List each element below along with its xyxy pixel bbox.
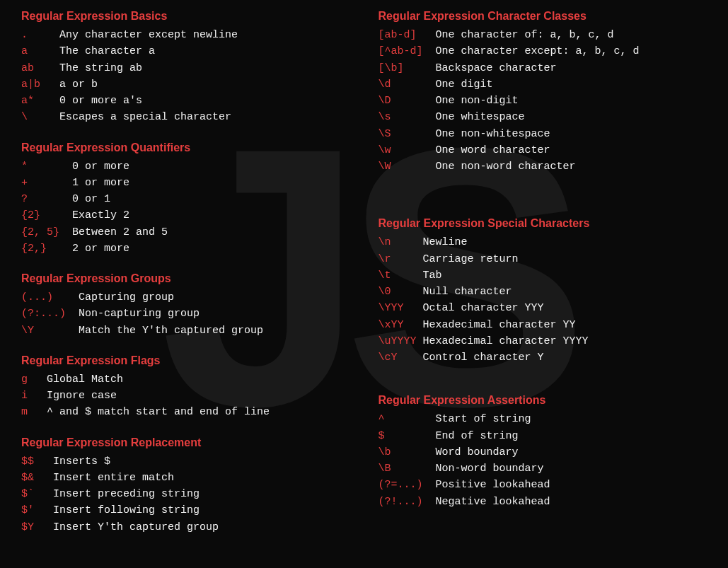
cheat-desc: One non-whitespace xyxy=(436,126,550,142)
section: Regular Expression Assertions^ Start of … xyxy=(379,394,707,510)
cheat-key: \cY xyxy=(379,349,423,366)
cheat-desc: Control character Y xyxy=(423,349,544,366)
cheat-key: {2,} xyxy=(21,240,72,257)
cheat-row: \cY Control character Y xyxy=(379,349,707,366)
cheat-desc: Non-word boundary xyxy=(436,460,544,477)
cheat-desc: Inserts $ xyxy=(53,453,110,470)
cheat-row: (?:...) Non-capturing group xyxy=(21,306,350,322)
cheat-key: \ xyxy=(21,109,59,125)
cheat-key: {2, 5} xyxy=(21,224,72,240)
cheat-key: a|b xyxy=(21,76,59,93)
cheat-row: m ^ and $ match start and end of line xyxy=(21,404,350,420)
cheat-row: $' Insert following string xyxy=(21,502,350,518)
cheat-row: ^ Start of string xyxy=(379,411,707,427)
cheat-key: \0 xyxy=(379,284,423,300)
cheat-key: {2} xyxy=(21,207,72,224)
cheat-row: i Ignore case xyxy=(21,388,350,404)
cheat-key: m xyxy=(21,404,47,420)
cheat-row: \r Carriage return xyxy=(379,251,707,267)
cheat-desc: Between 2 and 5 xyxy=(72,224,168,240)
cheat-key: (?!...) xyxy=(379,494,436,510)
cheat-row: ab The string ab xyxy=(21,60,350,76)
cheat-desc: Newline xyxy=(423,234,468,250)
cheat-key: i xyxy=(21,388,47,404)
cheat-desc: Escapes a special character xyxy=(59,109,231,125)
cheat-key: a xyxy=(21,43,59,59)
cheat-desc: Ignore case xyxy=(47,388,117,404)
cheat-desc: Insert entire match xyxy=(53,470,174,486)
section: Regular Expression Flagsg Global Matchi … xyxy=(21,354,350,421)
cheat-row: \t Tab xyxy=(379,267,707,284)
cheat-key: $$ xyxy=(21,453,53,470)
cheat-row: * 0 or more xyxy=(21,158,350,175)
cheat-row: \B Non-word boundary xyxy=(379,460,707,477)
cheat-desc: Insert following string xyxy=(53,502,200,518)
cheat-key: + xyxy=(21,175,72,191)
cheat-desc: 2 or more xyxy=(72,240,129,257)
cheat-desc: Null character xyxy=(423,284,512,300)
cheat-row: ? 0 or 1 xyxy=(21,191,350,207)
cheat-row: $Y Insert Y'th captured group xyxy=(21,519,350,535)
cheat-row: \S One non-whitespace xyxy=(379,126,707,142)
cheat-row: + 1 or more xyxy=(21,175,350,191)
cheat-row: $ End of string xyxy=(379,428,707,444)
cheat-row: (...) Capturing group xyxy=(21,289,350,306)
cheat-key: g xyxy=(21,371,47,388)
cheat-key: [^ab-d] xyxy=(379,43,436,59)
cheat-desc: Insert Y'th captured group xyxy=(53,519,219,535)
cheat-desc: One digit xyxy=(436,76,493,93)
cheat-key: ? xyxy=(21,191,72,207)
cheat-row: \s One whitespace xyxy=(379,109,707,125)
cheat-key: (...) xyxy=(21,289,79,306)
cheat-key: a* xyxy=(21,93,59,109)
cheat-key: \s xyxy=(379,109,436,125)
cheat-row: \D One non-digit xyxy=(379,93,707,109)
cheat-desc: The string ab xyxy=(59,60,142,76)
section: Regular Expression Basics. Any character… xyxy=(21,10,350,126)
cheat-key: \YYY xyxy=(379,300,423,316)
cheat-key: \Y xyxy=(21,323,79,339)
cheat-key: * xyxy=(21,158,72,175)
cheat-row: a The character a xyxy=(21,43,350,59)
cheat-row: a|b a or b xyxy=(21,76,350,93)
cheat-desc: One character of: a, b, c, d xyxy=(436,27,614,43)
cheat-row: a* 0 or more a's xyxy=(21,93,350,109)
cheat-key: (?:...) xyxy=(21,306,79,322)
cheatsheet-content: Regular Expression Basics. Any character… xyxy=(21,10,707,551)
cheat-row: [^ab-d] One character except: a, b, c, d xyxy=(379,43,707,59)
cheat-desc: Positive lookahead xyxy=(436,477,550,493)
cheat-key: \B xyxy=(379,460,436,477)
cheat-row: {2} Exactly 2 xyxy=(21,207,350,224)
cheat-key: $` xyxy=(21,486,53,502)
cheat-desc: Hexadecimal character YYYY xyxy=(423,333,589,349)
cheat-desc: Global Match xyxy=(47,371,123,388)
cheat-key: \S xyxy=(379,126,436,142)
section: Regular Expression Replacement$$ Inserts… xyxy=(21,436,350,535)
cheat-key: . xyxy=(21,27,59,43)
cheat-row: [\b] Backspace character xyxy=(379,60,707,76)
cheat-desc: Word boundary xyxy=(436,444,519,460)
cheat-key: $& xyxy=(21,470,53,486)
cheat-row: (?=...) Positive lookahead xyxy=(379,477,707,493)
cheat-desc: Any character except newline xyxy=(59,27,238,43)
cheat-row: $` Insert preceding string xyxy=(21,486,350,502)
cheat-row: \0 Null character xyxy=(379,284,707,300)
section: Regular Expression Special Characters\n … xyxy=(379,217,707,366)
cheat-desc: Exactly 2 xyxy=(72,207,129,224)
cheat-row: {2, 5} Between 2 and 5 xyxy=(21,224,350,240)
cheat-desc: a or b xyxy=(59,76,98,93)
cheat-desc: 1 or more xyxy=(72,175,129,191)
cheat-desc: Non-capturing group xyxy=(79,306,200,322)
section-title: Regular Expression Special Characters xyxy=(379,217,707,230)
section-title: Regular Expression Replacement xyxy=(21,436,350,449)
cheat-key: \D xyxy=(379,93,436,109)
cheat-desc: Capturing group xyxy=(79,289,174,306)
cheat-desc: End of string xyxy=(436,428,519,444)
cheat-desc: Match the Y'th captured group xyxy=(79,323,263,339)
cheat-key: \t xyxy=(379,267,423,284)
cheat-row: (?!...) Negative lookahead xyxy=(379,494,707,510)
cheat-row: \ Escapes a special character xyxy=(21,109,350,125)
cheat-key: [\b] xyxy=(379,60,436,76)
cheat-desc: 0 or more a's xyxy=(59,93,142,109)
cheat-desc: ^ and $ match start and end of line xyxy=(47,404,270,420)
